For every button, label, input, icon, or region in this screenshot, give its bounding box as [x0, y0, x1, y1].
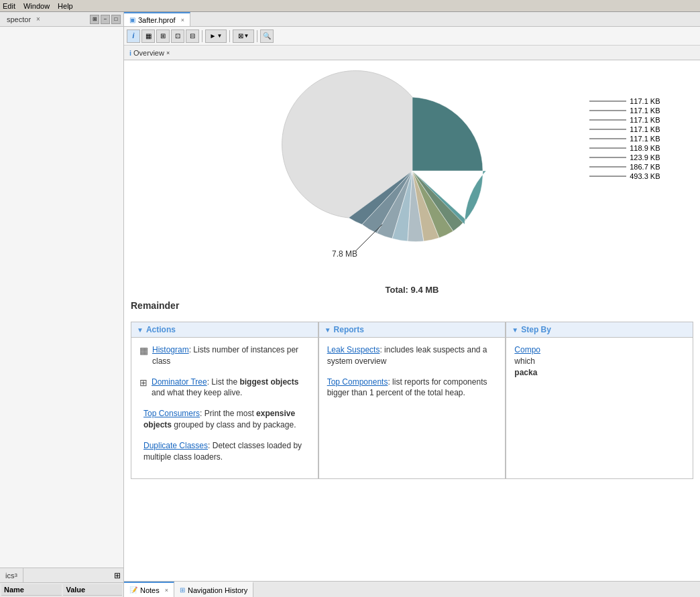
topcomponents-text: Top Components: list reports for compone… — [327, 377, 498, 399]
main-tab-bar: ▣ 3after.hprof × — [124, 12, 700, 27]
left-sidebar: spector × ⊞ − □ ics 3 ⊞ — [0, 12, 124, 597]
chart-left-label: 7.8 MB — [332, 249, 357, 259]
notes-tab-close[interactable]: × — [165, 587, 168, 594]
action-item-histogram: ▦ Histogram: Lists number of instances p… — [139, 344, 310, 367]
actions-collapse-icon[interactable]: ▼ — [137, 326, 143, 334]
topconsumers-link[interactable]: Top Consumers — [143, 409, 200, 418]
actions-panel-body: ▦ Histogram: Lists number of instances p… — [131, 338, 318, 478]
content-area: 7.8 MB 117.1 KB 117.1 KB — [124, 60, 700, 581]
pie-chart-svg: 7.8 MB — [295, 77, 530, 265]
chart-total-label: Total: 9.4 MB — [131, 285, 693, 295]
navhistory-icon: ⊞ — [180, 586, 185, 594]
toolbar-run-button[interactable]: ►▼ — [205, 29, 227, 43]
menu-edit[interactable]: Edit — [3, 2, 15, 10]
sidebar-close-icon[interactable]: × — [36, 15, 40, 23]
remainder-label: Remainder — [131, 300, 693, 311]
topcomponents-link[interactable]: Top Components — [327, 377, 388, 387]
legend-item-4: 117.1 KB — [589, 125, 660, 133]
reports-panel-body: Leak Suspects: includes leak suspects an… — [319, 338, 506, 415]
sidebar-tab-label[interactable]: spector — [3, 14, 35, 25]
duplicates-text: Duplicate Classes: Detect classes loaded… — [143, 440, 310, 463]
notes-tab-label: Notes — [140, 586, 160, 594]
sidebar-bottom-tab-label: ics — [5, 572, 14, 580]
stepby-collapse-icon[interactable]: ▼ — [512, 326, 518, 334]
overview-tab-label: Overview — [133, 49, 164, 57]
sidebar-col-name: Name — [1, 584, 62, 596]
sidebar-maximize-button[interactable]: □ — [111, 15, 121, 24]
hprof-tab-close[interactable]: × — [181, 17, 184, 23]
stepby-item: Compo which packa — [514, 344, 685, 378]
main-panel: ▣ 3after.hprof × i ▦ ⊞ ⊡ ⊟ ►▼ ⊠▼ 🔍 — [124, 12, 700, 597]
legend-item-6: 118.9 KB — [589, 144, 660, 152]
overview-info-icon: i — [129, 49, 131, 57]
main-toolbar: i ▦ ⊞ ⊡ ⊟ ►▼ ⊠▼ 🔍 — [124, 27, 700, 46]
sidebar-minimize-button[interactable]: − — [101, 15, 110, 24]
overview-tab-close[interactable]: × — [166, 50, 170, 56]
legend-item-1: 117.1 KB — [589, 97, 660, 105]
panels-row: ▼ Actions ▦ Histogram: Lists number of i… — [131, 322, 693, 479]
stepby-panel-title: Step By — [521, 325, 551, 334]
hprof-tab[interactable]: ▣ 3after.hprof × — [124, 12, 190, 26]
bottom-tab-navhistory[interactable]: ⊞ Navigation History — [174, 582, 253, 597]
sidebar-bottom-tabs: ics 3 ⊞ — [0, 568, 123, 583]
chart-area: 7.8 MB 117.1 KB 117.1 KB — [131, 67, 693, 281]
navhistory-tab-label: Navigation History — [188, 586, 247, 594]
reports-panel-header: ▼ Reports — [319, 322, 506, 338]
bottom-tabs: 📝 Notes × ⊞ Navigation History — [124, 581, 700, 597]
histogram-link[interactable]: Histogram — [152, 345, 189, 354]
toolbar-histogram-button[interactable]: ▦ — [141, 29, 155, 43]
bottom-tab-notes[interactable]: 📝 Notes × — [124, 582, 174, 597]
sidebar-tab-superscript: 3 — [14, 572, 17, 578]
reports-collapse-icon[interactable]: ▼ — [325, 326, 331, 334]
domtree-link[interactable]: Dominator Tree — [152, 377, 207, 387]
leaksuspects-link[interactable]: Leak Suspects — [327, 345, 380, 354]
actions-panel-header: ▼ Actions — [131, 322, 318, 338]
legend-item-3: 117.1 KB — [589, 116, 660, 124]
overview-tab[interactable]: i Overview × — [127, 48, 172, 58]
sidebar-content — [0, 27, 123, 568]
domtree-icon: ⊞ — [139, 377, 148, 388]
stepby-panel-body: Compo which packa — [506, 338, 693, 394]
topconsumers-text: Top Consumers: Print the most expensive … — [143, 408, 310, 431]
stepby-panel: ▼ Step By Compo which packa — [506, 322, 693, 479]
legend-item-5: 117.1 KB — [589, 135, 660, 143]
sidebar-properties-table: Name Value — [0, 583, 123, 597]
actions-panel: ▼ Actions ▦ Histogram: Lists number of i… — [131, 322, 318, 479]
legend-item-7: 123.9 KB — [589, 153, 660, 161]
sidebar-restore-button[interactable]: ⊞ — [90, 15, 99, 24]
action-item-topconsumers: Top Consumers: Print the most expensive … — [139, 408, 310, 431]
menu-bar: Edit Window Help — [0, 0, 700, 12]
report-item-leaksuspects: Leak Suspects: includes leak suspects an… — [327, 344, 498, 367]
toolbar-info-button[interactable]: i — [127, 29, 140, 43]
toolbar-search-button[interactable]: 🔍 — [260, 29, 274, 43]
menu-help[interactable]: Help — [58, 2, 73, 10]
actions-panel-title: Actions — [146, 325, 176, 334]
main-area: spector × ⊞ − □ ics 3 ⊞ — [0, 12, 700, 597]
sidebar-pin-icon[interactable]: ⊞ — [114, 571, 123, 580]
toolbar-export-button[interactable]: ⊠▼ — [233, 29, 254, 43]
toolbar-domtree-button[interactable]: ⊞ — [156, 29, 170, 43]
sidebar-bottom-tab-ics[interactable]: ics 3 — [0, 568, 23, 582]
overview-content: 7.8 MB 117.1 KB 117.1 KB — [124, 60, 700, 486]
toolbar-topconsumers-button[interactable]: ⊡ — [171, 29, 184, 43]
histogram-text: Histogram: Lists number of instances per… — [152, 344, 310, 367]
hprof-tab-icon: ▣ — [129, 16, 135, 23]
action-item-domtree: ⊞ Dominator Tree: List the biggest objec… — [139, 377, 310, 399]
app-window: Edit Window Help spector × ⊞ − □ ics — [0, 0, 700, 597]
toolbar-sep1 — [202, 30, 202, 42]
stepby-text: Compo which packa — [514, 344, 540, 378]
sidebar-tab-icons: ⊞ − □ — [90, 15, 121, 24]
domtree-text: Dominator Tree: List the biggest objects… — [152, 377, 310, 399]
toolbar-sep2 — [229, 30, 230, 42]
toolbar-sep3 — [257, 30, 257, 42]
stepby-panel-header: ▼ Step By — [506, 322, 693, 338]
report-item-topcomponents: Top Components: list reports for compone… — [327, 377, 498, 399]
menu-window[interactable]: Window — [23, 2, 50, 10]
duplicates-link[interactable]: Duplicate Classes — [143, 441, 208, 450]
hprof-tab-label: 3after.hprof — [138, 16, 176, 24]
toolbar-duplicates-button[interactable]: ⊟ — [186, 29, 199, 43]
histogram-icon: ▦ — [139, 345, 148, 356]
stepby-link[interactable]: Compo — [514, 345, 540, 354]
legend-item-8: 186.7 KB — [589, 163, 660, 171]
reports-panel-title: Reports — [334, 325, 364, 334]
